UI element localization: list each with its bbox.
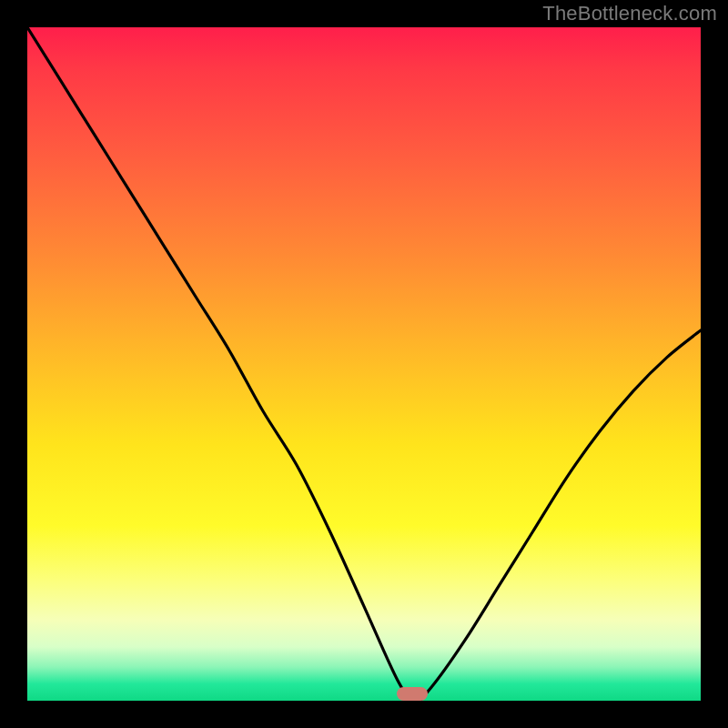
- watermark-text: TheBottleneck.com: [542, 2, 717, 25]
- chart-frame: TheBottleneck.com: [0, 0, 728, 728]
- plot-area: [27, 27, 701, 701]
- optimum-marker: [397, 687, 428, 701]
- bottleneck-curve: [27, 27, 701, 701]
